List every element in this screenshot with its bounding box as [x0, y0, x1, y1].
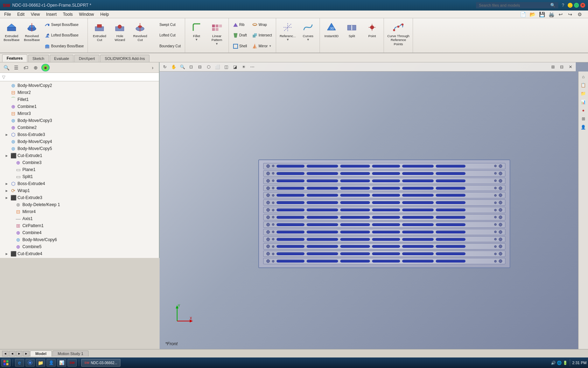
vr-color-icon[interactable]: ● [580, 107, 587, 114]
scroll-left-button[interactable]: ◄ [2, 351, 8, 356]
tray-icon1[interactable]: 🔊 [551, 361, 556, 365]
point-button[interactable]: Point [363, 20, 382, 51]
tree-item[interactable]: ⊕Combine4 [0, 229, 159, 236]
panel-list-icon[interactable]: ☰ [12, 64, 20, 71]
close-button[interactable]: ✕ [580, 3, 585, 8]
draft-button[interactable]: Draft [231, 32, 249, 39]
tree-item[interactable]: ⊕Combine1 [0, 103, 159, 110]
fillet-dropdown-arrow[interactable]: ▼ [195, 38, 198, 42]
mirror-button[interactable]: Mirror ▼ [250, 42, 274, 50]
tree-item[interactable]: ▭Plane1 [0, 166, 159, 173]
panel-color-icon[interactable]: ● [41, 64, 50, 71]
view-rotate-icon[interactable]: ↻ [161, 63, 169, 71]
taskbar-folder-icon[interactable]: 📁 [36, 359, 45, 367]
curves-button[interactable]: Curves ▼ [299, 20, 317, 51]
intersect-button[interactable]: Intersect [250, 32, 274, 39]
view-pan-icon[interactable]: ✋ [170, 63, 177, 71]
split-button[interactable]: Split [342, 20, 361, 51]
viewport-restore-icon[interactable]: ⊞ [549, 63, 557, 71]
rib-button[interactable]: Rib [231, 21, 249, 28]
menu-view[interactable]: View [28, 11, 43, 18]
linear-pattern-dropdown-arrow[interactable]: ▼ [215, 42, 218, 46]
viewport[interactable]: ↻ ✋ 🔍 ⊡ ⊟ ⬡ ⬜ ◫ ◪ ☀ ⋯ ⊞ ⊟ ✕ [160, 62, 588, 349]
scroll-left2-button[interactable]: ◄ [9, 351, 15, 356]
quick-new-icon[interactable]: 📄 [519, 11, 527, 18]
swept-boss-button[interactable]: Swept Boss/Base [43, 21, 85, 28]
view-zoom-icon[interactable]: 🔍 [178, 63, 186, 71]
expand-arrow-icon[interactable]: ▶ [6, 182, 9, 185]
start-button[interactable] [1, 359, 10, 367]
vr-book-icon[interactable]: 📋 [580, 81, 587, 89]
vr-home-icon[interactable]: ⌂ [580, 73, 587, 81]
tab-features[interactable]: Features [2, 54, 27, 62]
tree-item[interactable]: ⊟Mirror2 [0, 89, 159, 96]
search-bar[interactable]: 🔍 [476, 2, 558, 8]
vr-person-icon[interactable]: 👤 [580, 123, 587, 131]
menu-window[interactable]: Window [76, 11, 97, 18]
help-icon[interactable]: ? [562, 3, 564, 8]
shell-button[interactable]: Shell [231, 42, 249, 50]
boundary-boss-button[interactable]: Boundary Boss/Base [43, 42, 85, 50]
tree-item[interactable]: ⊞CirPattern1 [0, 222, 159, 229]
view-render-icon[interactable]: ◪ [231, 63, 239, 71]
tree-item[interactable]: ▶⬡Boss-Extrude4 [0, 180, 159, 187]
expand-arrow-icon[interactable]: ▶ [6, 189, 9, 192]
lofted-cut-button[interactable]: Lofted Cut [151, 32, 182, 39]
reference-dropdown-arrow[interactable]: ▼ [286, 38, 289, 42]
tab-addins[interactable]: SOLIDWORKS Add-Ins [100, 55, 149, 62]
view-display2-icon[interactable]: ◫ [222, 63, 230, 71]
extruded-cut-button[interactable]: Extruded Cut [90, 20, 109, 51]
linear-pattern-button[interactable]: Linear Pattern ▼ [208, 20, 226, 51]
tree-item[interactable]: ⊕Combine3 [0, 159, 159, 166]
quick-redo-icon[interactable]: ↪ [566, 11, 574, 18]
tree-item[interactable]: ⊛Body-Move/Copy3 [0, 117, 159, 124]
swept-cut-button[interactable]: Swept Cut [151, 21, 182, 28]
tab-model[interactable]: Model [30, 350, 52, 356]
scroll-right-button[interactable]: ► [16, 351, 22, 356]
view-lights-icon[interactable]: ☀ [240, 63, 247, 71]
expand-arrow-icon[interactable]: ▶ [6, 196, 9, 199]
tree-item[interactable]: ▶⬛Cut-Extrude1 [0, 152, 159, 159]
tab-dimxpert[interactable]: DimXpert [74, 55, 99, 62]
tab-evaluate[interactable]: Evaluate [50, 55, 74, 62]
quick-open-icon[interactable]: 📂 [528, 11, 537, 18]
taskbar-chrome-icon[interactable] [26, 359, 35, 367]
tree-item[interactable]: —Axis1 [0, 215, 159, 222]
tray-icon2[interactable]: 🌐 [557, 361, 562, 365]
maximize-button[interactable]: □ [574, 3, 579, 8]
expand-arrow-icon[interactable]: ▶ [6, 154, 9, 157]
tree-item[interactable]: ⊟Mirror3 [0, 110, 159, 117]
hole-wizard-button[interactable]: Hole Wizard [110, 20, 129, 51]
tree-item[interactable]: ⊕Combine2 [0, 124, 159, 131]
taskbar-ie-icon[interactable]: e [15, 359, 24, 367]
tree-item[interactable]: ⊛Body-Move/Copy6 [0, 236, 159, 243]
tree-item[interactable]: ▭Split1 [0, 173, 159, 180]
extruded-boss-button[interactable]: Extruded Boss/Base [2, 20, 21, 51]
quick-print-icon[interactable]: 🖨️ [547, 11, 555, 18]
tree-item[interactable]: ⊛Body-Move/Copy4 [0, 138, 159, 145]
menu-file[interactable]: File [1, 11, 14, 18]
expand-arrow-icon[interactable]: ▶ [6, 133, 9, 136]
mirror-dropdown-arrow[interactable]: ▼ [269, 45, 272, 48]
filter-input[interactable] [7, 75, 157, 79]
taskbar-person-icon[interactable]: 👤 [47, 359, 56, 367]
instant3d-button[interactable]: 3D Instant3D [322, 20, 341, 51]
tab-motion-study[interactable]: Motion Study 1 [52, 350, 89, 356]
expand-arrow-icon[interactable]: ▶ [6, 252, 9, 255]
boundary-cut-button[interactable]: Boundary Cut [151, 42, 182, 50]
minimize-button[interactable]: _ [568, 3, 573, 8]
view-3d-icon[interactable]: ⬡ [205, 63, 212, 71]
tree-item[interactable]: ⊛Body-Move/Copy2 [0, 82, 159, 89]
vr-chart-icon[interactable]: 📊 [580, 98, 587, 106]
curve-through-button[interactable]: Curve Through Reference Points [386, 20, 411, 51]
fillet-button[interactable]: Fillet ▼ [187, 20, 206, 51]
view-display-icon[interactable]: ⬜ [214, 63, 221, 71]
tree-item[interactable]: ▶⟳Wrap1 [0, 187, 159, 194]
view-more-icon[interactable]: ⋯ [248, 63, 256, 71]
view-zoomfit-icon[interactable]: ⊡ [187, 63, 195, 71]
reference-button[interactable]: Referenc... ▼ [278, 20, 297, 51]
vr-table-icon[interactable]: ⊞ [580, 115, 587, 123]
taskbar-solidworks-app[interactable]: SW NDC-03-06662... [81, 359, 120, 367]
search-input[interactable] [479, 3, 549, 7]
scroll-right2-button[interactable]: ► [23, 351, 29, 356]
